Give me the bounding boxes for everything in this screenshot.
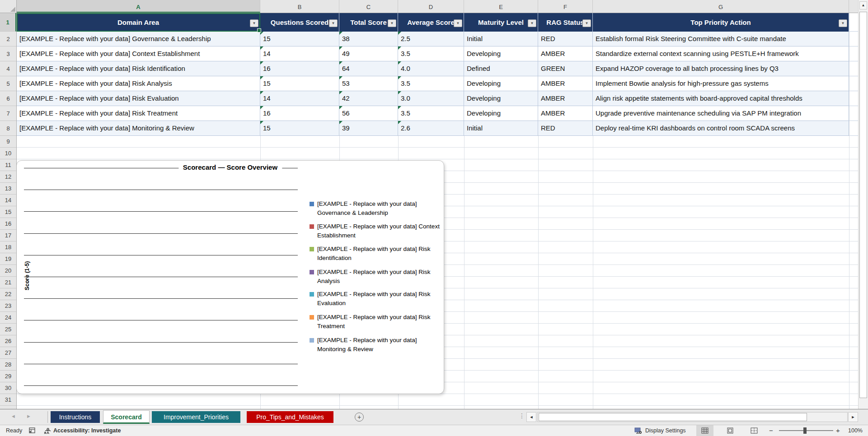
row-header-6[interactable]: 6 — [0, 91, 16, 106]
filter-dropdown-button[interactable]: ▼ — [839, 19, 847, 27]
zoom-out-button[interactable]: − — [769, 425, 773, 436]
table-cell[interactable]: RED — [538, 32, 593, 46]
table-cell[interactable]: 38 — [339, 32, 398, 46]
row-header-18[interactable]: 18 — [0, 241, 16, 253]
row-header-17[interactable]: 17 — [0, 230, 16, 241]
table-header-cell[interactable]: RAG Status▼ — [538, 13, 593, 32]
table-header-cell[interactable]: Questions Scored▼ — [260, 13, 339, 32]
row-header-20[interactable]: 20 — [0, 265, 16, 277]
table-cell[interactable]: 42 — [339, 91, 398, 106]
table-cell[interactable]: Developing — [464, 106, 538, 121]
table-header-cell[interactable]: Maturity Level▼ — [464, 13, 538, 32]
horizontal-scroll-thumb[interactable] — [539, 413, 807, 421]
zoom-in-button[interactable]: + — [836, 425, 840, 436]
table-cell[interactable]: [EXAMPLE - Replace with your data] Gover… — [17, 32, 260, 46]
row-header-11[interactable]: 11 — [0, 159, 16, 171]
table-cell[interactable]: 14 — [260, 91, 339, 106]
table-cell[interactable]: AMBER — [538, 91, 593, 106]
row-header-8[interactable]: 8 — [0, 121, 16, 136]
row-header-15[interactable]: 15 — [0, 206, 16, 218]
table-cell[interactable]: Establish formal Risk Steering Committee… — [593, 32, 849, 46]
display-settings-label[interactable]: Display Settings — [645, 425, 686, 436]
table-cell[interactable]: Upgrade preventive maintenance schedulin… — [593, 106, 849, 121]
filter-dropdown-button[interactable]: ▼ — [250, 19, 258, 27]
table-cell[interactable]: Developing — [464, 46, 538, 61]
filter-dropdown-button[interactable]: ▼ — [388, 19, 396, 27]
table-cell[interactable]: 64 — [339, 61, 398, 76]
row-header-28[interactable]: 28 — [0, 359, 16, 371]
sheet-tab-scorecard[interactable]: Scorecard — [103, 410, 150, 424]
filter-dropdown-button[interactable]: ▼ — [454, 19, 462, 27]
table-cell[interactable]: AMBER — [538, 106, 593, 121]
row-header-12[interactable]: 12 — [0, 171, 16, 183]
row-header-25[interactable]: 25 — [0, 324, 16, 335]
table-header-cell[interactable]: Average Score▼ — [398, 13, 464, 32]
macro-record-icon[interactable] — [29, 427, 36, 436]
sheet-tab-instructions[interactable]: Instructions — [51, 411, 100, 423]
table-cell[interactable]: 49 — [339, 46, 398, 61]
table-cell[interactable]: Align risk appetite statements with boar… — [593, 91, 849, 106]
row-header-2[interactable]: 2 — [0, 32, 16, 46]
table-cell[interactable]: Defined — [464, 61, 538, 76]
table-cell[interactable]: 2.6 — [398, 121, 464, 136]
chart-scorecard-overview[interactable]: Scorecard — Score Overview Score (1-5) [… — [17, 160, 444, 394]
scroll-right-button[interactable]: ► — [848, 412, 858, 422]
table-cell[interactable]: Initial — [464, 32, 538, 46]
sheet-tab-pro_tips_and_mistakes[interactable]: Pro_Tips_and_Mistakes — [247, 411, 333, 423]
table-header-cell[interactable]: Domain Area▼ — [17, 13, 260, 32]
table-cell[interactable]: AMBER — [538, 76, 593, 91]
row-header-29[interactable]: 29 — [0, 371, 16, 382]
table-cell[interactable]: 3.5 — [398, 106, 464, 121]
table-cell[interactable]: Standardize external context scanning us… — [593, 46, 849, 61]
view-page-break-button[interactable] — [746, 425, 763, 436]
filter-dropdown-button[interactable]: ▼ — [528, 19, 536, 27]
row-header-21[interactable]: 21 — [0, 277, 16, 288]
column-header-G[interactable]: G — [593, 0, 849, 13]
row-header-32[interactable]: 32 — [0, 406, 16, 409]
scroll-up-button[interactable]: ▲ — [859, 1, 867, 9]
tab-nav-right-icon[interactable]: ► — [26, 413, 31, 419]
row-header-26[interactable]: 26 — [0, 335, 16, 347]
filter-dropdown-button[interactable]: ▼ — [582, 19, 591, 27]
vertical-scrollbar[interactable]: ▲ — [858, 0, 868, 409]
row-header-23[interactable]: 23 — [0, 300, 16, 312]
table-cell[interactable]: AMBER — [538, 46, 593, 61]
accessibility-icon[interactable] — [44, 427, 51, 436]
table-cell[interactable]: 56 — [339, 106, 398, 121]
accessibility-status-label[interactable]: Accessibility: Investigate — [53, 425, 121, 436]
table-cell[interactable]: 15 — [260, 121, 339, 136]
table-cell[interactable]: 15 — [260, 76, 339, 91]
row-header-14[interactable]: 14 — [0, 195, 16, 206]
table-cell[interactable]: [EXAMPLE - Replace with your data] Monit… — [17, 121, 260, 136]
table-cell[interactable]: Expand HAZOP coverage to all batch proce… — [593, 61, 849, 76]
row-header-30[interactable]: 30 — [0, 382, 16, 394]
column-header-F[interactable]: F — [538, 0, 593, 13]
row-header-19[interactable]: 19 — [0, 253, 16, 265]
row-header-4[interactable]: 4 — [0, 61, 16, 76]
vertical-scroll-thumb[interactable] — [859, 12, 867, 398]
table-cell[interactable]: Developing — [464, 76, 538, 91]
table-cell[interactable]: [EXAMPLE - Replace with your data] Conte… — [17, 46, 260, 61]
table-cell[interactable]: 16 — [260, 106, 339, 121]
column-header-B[interactable]: B — [260, 0, 339, 13]
horizontal-scrollbar[interactable] — [537, 412, 848, 422]
table-cell[interactable]: 14 — [260, 46, 339, 61]
table-cell[interactable]: 3.5 — [398, 76, 464, 91]
column-header-E[interactable]: E — [464, 0, 538, 13]
table-cell[interactable]: [EXAMPLE - Replace with your data] Risk … — [17, 91, 260, 106]
row-header-3[interactable]: 3 — [0, 46, 16, 61]
table-header-cell[interactable]: Top Priority Action▼ — [593, 13, 849, 32]
tab-nav-left-icon[interactable]: ◄ — [11, 413, 16, 419]
table-cell[interactable]: [EXAMPLE - Replace with your data] Risk … — [17, 106, 260, 121]
row-header-27[interactable]: 27 — [0, 347, 16, 359]
row-header-10[interactable]: 10 — [0, 148, 16, 159]
table-cell[interactable]: 3.5 — [398, 46, 464, 61]
row-header-7[interactable]: 7 — [0, 106, 16, 121]
row-header-22[interactable]: 22 — [0, 288, 16, 300]
table-cell[interactable]: Deploy real-time KRI dashboards on contr… — [593, 121, 849, 136]
table-cell[interactable]: RED — [538, 121, 593, 136]
table-cell[interactable]: 39 — [339, 121, 398, 136]
row-header-16[interactable]: 16 — [0, 218, 16, 230]
filter-dropdown-button[interactable]: ▼ — [329, 19, 338, 27]
tab-scrollbar-splitter-icon[interactable]: ⋮ — [519, 412, 525, 419]
